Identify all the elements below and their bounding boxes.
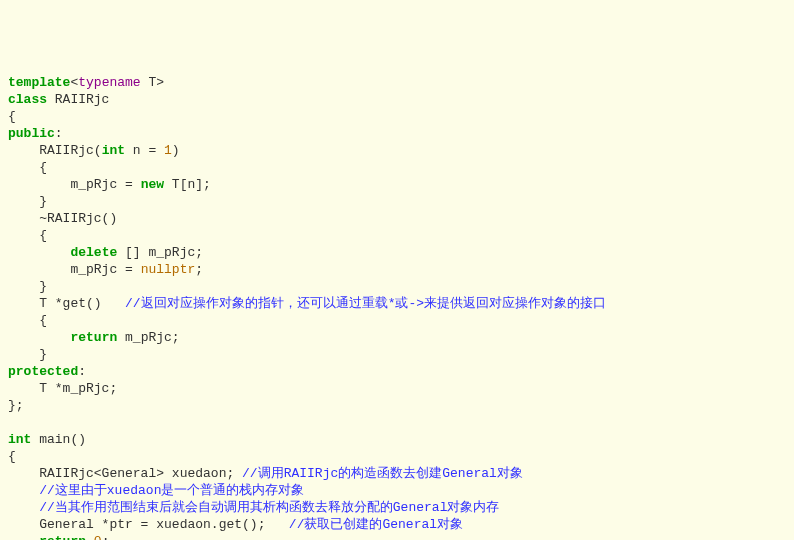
space: [86, 534, 94, 540]
line: //这里由于xuedaon是一个普通的栈内存对象: [8, 483, 304, 498]
keyword-delete: delete: [70, 245, 117, 260]
line: return m_pRjc;: [8, 330, 180, 345]
line: class RAIIRjc: [8, 92, 109, 107]
line: RAIIRjc(int n = 1): [8, 143, 180, 158]
keyword-int: int: [102, 143, 125, 158]
line: {: [8, 109, 16, 124]
line: {: [8, 313, 47, 328]
line: {: [8, 160, 47, 175]
keyword-protected: protected: [8, 364, 78, 379]
keyword-class: class: [8, 92, 47, 107]
line: General *ptr = xuedaon.get(); //获取已创建的Ge…: [8, 517, 463, 532]
line: {: [8, 449, 16, 464]
expr: [] m_pRjc;: [117, 245, 203, 260]
indent: [8, 483, 39, 498]
keyword-template: template: [8, 75, 70, 90]
line: m_pRjc = nullptr;: [8, 262, 203, 277]
line: }: [8, 194, 47, 209]
comment: //调用RAIIRjc的构造函数去创建General对象: [242, 466, 523, 481]
punct: :: [78, 364, 86, 379]
line: //当其作用范围结束后就会自动调用其析构函数去释放分配的General对象内存: [8, 500, 499, 515]
punct: ): [172, 143, 180, 158]
line: }: [8, 347, 47, 362]
line: RAIIRjc<General> xuedaon; //调用RAIIRjc的构造…: [8, 466, 523, 481]
line: int main(): [8, 432, 86, 447]
indent: [8, 330, 70, 345]
punct: ;: [195, 262, 203, 277]
func-name: main(): [31, 432, 86, 447]
line: {: [8, 228, 47, 243]
keyword-public: public: [8, 126, 55, 141]
line: template<typename T>: [8, 75, 164, 90]
line: protected:: [8, 364, 86, 379]
expr: m_pRjc =: [8, 177, 141, 192]
expr: m_pRjc =: [8, 262, 141, 277]
code-block: template<typename T> class RAIIRjc { pub…: [8, 74, 786, 540]
line: }: [8, 279, 47, 294]
number: 0: [94, 534, 102, 540]
punct: :: [55, 126, 63, 141]
indent: [8, 245, 70, 260]
number: 1: [164, 143, 172, 158]
comment: //当其作用范围结束后就会自动调用其析构函数去释放分配的General对象内存: [39, 500, 499, 515]
keyword-new: new: [141, 177, 164, 192]
stmt: General *ptr = xuedaon.get();: [8, 517, 289, 532]
method-decl: T *get(): [8, 296, 125, 311]
expr: m_pRjc;: [117, 330, 179, 345]
type-param: T: [141, 75, 157, 90]
comment: //返回对应操作对象的指针，还可以通过重载*或->来提供返回对应操作对象的接口: [125, 296, 606, 311]
punct: >: [156, 75, 164, 90]
stmt: RAIIRjc<General> xuedaon;: [8, 466, 242, 481]
line: T *get() //返回对应操作对象的指针，还可以通过重载*或->来提供返回对…: [8, 296, 606, 311]
keyword-return: return: [70, 330, 117, 345]
line: return 0;: [8, 534, 109, 540]
line: T *m_pRjc;: [8, 381, 117, 396]
comment: //获取已创建的General对象: [289, 517, 463, 532]
line: ~RAIIRjc(): [8, 211, 117, 226]
keyword-nullptr: nullptr: [141, 262, 196, 277]
comment: //这里由于xuedaon是一个普通的栈内存对象: [39, 483, 304, 498]
line: m_pRjc = new T[n];: [8, 177, 211, 192]
keyword-return: return: [39, 534, 86, 540]
indent: [8, 534, 39, 540]
punct: ;: [102, 534, 110, 540]
line: };: [8, 398, 24, 413]
class-name: RAIIRjc: [47, 92, 109, 107]
indent: [8, 500, 39, 515]
ctor-decl: RAIIRjc(: [8, 143, 102, 158]
keyword-typename: typename: [78, 75, 140, 90]
line: delete [] m_pRjc;: [8, 245, 203, 260]
param: n =: [125, 143, 164, 158]
expr: T[n];: [164, 177, 211, 192]
line: public:: [8, 126, 63, 141]
keyword-int: int: [8, 432, 31, 447]
